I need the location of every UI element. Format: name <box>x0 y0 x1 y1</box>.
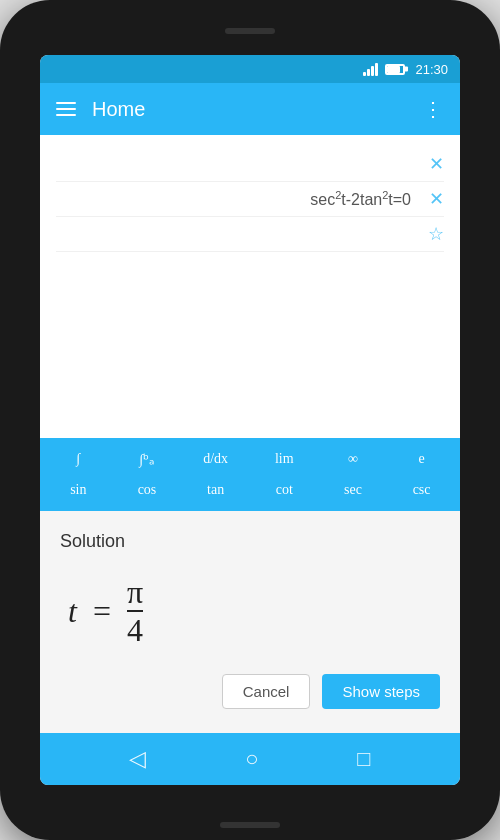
battery-icon <box>385 64 405 75</box>
key-cot[interactable]: cot <box>262 478 306 502</box>
status-time: 21:30 <box>415 62 448 77</box>
fraction-denominator: 4 <box>127 614 143 646</box>
status-bar: 21:30 <box>40 55 460 83</box>
key-derivative[interactable]: d/dx <box>194 447 238 472</box>
key-euler[interactable]: e <box>400 447 444 472</box>
solution-fraction: π 4 <box>127 576 143 646</box>
key-definite-integral[interactable]: ∫ᵇₐ <box>125 447 169 472</box>
phone-speaker <box>225 28 275 34</box>
keyboard-row-2: sin cos tan cot sec csc <box>44 475 456 505</box>
phone-screen: 21:30 Home ⋮ ✕ <box>40 55 460 785</box>
recent-nav-icon[interactable]: □ <box>357 746 370 772</box>
keyboard-row-1: ∫ ∫ᵇₐ d/dx lim ∞ e <box>44 444 456 475</box>
close-icon-2[interactable]: ✕ <box>429 188 444 210</box>
key-tan[interactable]: tan <box>194 478 238 502</box>
bottom-nav: ◁ ○ □ <box>40 733 460 785</box>
show-steps-button[interactable]: Show steps <box>322 674 440 709</box>
solution-panel: Solution t = π 4 Cancel Show steps <box>40 511 460 733</box>
solution-label: Solution <box>60 531 440 552</box>
input-area: ✕ sec2t-2tan2t=0 ✕ ☆ <box>40 135 460 438</box>
back-nav-icon[interactable]: ◁ <box>129 746 146 772</box>
main-content: ✕ sec2t-2tan2t=0 ✕ ☆ ∫ <box>40 135 460 733</box>
solution-variable: t <box>68 593 77 630</box>
app-title: Home <box>92 98 407 121</box>
star-icon[interactable]: ☆ <box>428 223 444 245</box>
equation-row-empty: ✕ <box>56 147 444 182</box>
solution-equation: t = π 4 <box>60 568 440 666</box>
cancel-button[interactable]: Cancel <box>222 674 311 709</box>
solution-equals: = <box>93 593 111 630</box>
home-nav-icon[interactable]: ○ <box>245 746 258 772</box>
fraction-numerator: π <box>127 576 143 608</box>
key-cos[interactable]: cos <box>125 478 169 502</box>
phone-frame: 21:30 Home ⋮ ✕ <box>0 0 500 840</box>
math-keyboard: ∫ ∫ᵇₐ d/dx lim ∞ e sin cos tan cot sec c… <box>40 438 460 511</box>
key-infinity[interactable]: ∞ <box>331 447 375 472</box>
key-integral[interactable]: ∫ <box>56 447 100 472</box>
status-bar-right: 21:30 <box>363 62 448 77</box>
key-sin[interactable]: sin <box>56 478 100 502</box>
hamburger-menu-button[interactable] <box>56 102 76 116</box>
phone-home-indicator <box>220 822 280 828</box>
equation-row-star: ☆ <box>56 217 444 252</box>
equation-row-main: sec2t-2tan2t=0 ✕ <box>56 182 444 217</box>
key-sec[interactable]: sec <box>331 478 375 502</box>
signal-icon <box>363 62 378 76</box>
equation-text-main: sec2t-2tan2t=0 <box>56 189 419 209</box>
app-bar: Home ⋮ <box>40 83 460 135</box>
close-icon-1[interactable]: ✕ <box>429 153 444 175</box>
key-csc[interactable]: csc <box>400 478 444 502</box>
action-buttons: Cancel Show steps <box>60 666 440 717</box>
key-limit[interactable]: lim <box>262 447 306 472</box>
more-options-icon[interactable]: ⋮ <box>423 97 444 121</box>
